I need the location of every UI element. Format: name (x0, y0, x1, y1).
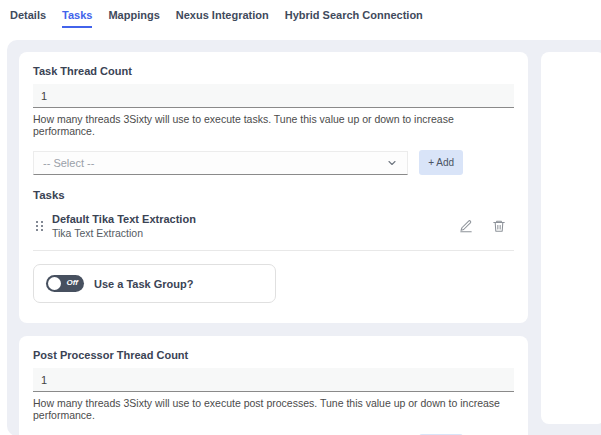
task-title: Default Tika Text Extraction (52, 213, 196, 225)
task-group-toggle[interactable]: Off (46, 275, 84, 292)
post-processor-card: Post Processor Thread Count How many thr… (19, 336, 528, 435)
task-thread-count-input[interactable] (33, 84, 514, 108)
task-actions (459, 219, 506, 233)
tab-mappings[interactable]: Mappings (108, 9, 159, 26)
trash-icon[interactable] (492, 219, 506, 233)
task-row: Default Tika Text Extraction Tika Text E… (33, 213, 514, 239)
task-settings-card: Task Thread Count How many threads 3Sixt… (19, 52, 528, 323)
add-task-button[interactable]: + Add (419, 150, 463, 175)
task-subtitle: Tika Text Extraction (52, 227, 196, 239)
task-group-toggle-label: Use a Task Group? (94, 278, 193, 290)
task-select-placeholder: -- Select -- (43, 157, 94, 169)
edit-pencil-icon[interactable] (459, 219, 473, 233)
toggle-state-label: Off (67, 279, 78, 287)
chevron-down-icon (386, 157, 398, 169)
tasks-heading: Tasks (33, 189, 514, 201)
tab-hybrid-search-connection[interactable]: Hybrid Search Connection (285, 9, 423, 26)
task-text: Default Tika Text Extraction Tika Text E… (52, 213, 196, 239)
post-thread-count-helper: How many threads 3Sixty will use to exec… (33, 397, 514, 421)
post-thread-count-label: Post Processor Thread Count (33, 349, 514, 361)
task-thread-count-label: Task Thread Count (33, 65, 514, 77)
tab-tasks[interactable]: Tasks (62, 9, 92, 28)
task-thread-count-helper: How many threads 3Sixty will use to exec… (33, 113, 514, 137)
task-group-box: Off Use a Task Group? (33, 264, 276, 303)
toggle-knob (48, 277, 61, 290)
drag-handle-icon[interactable] (36, 221, 44, 231)
tasks-panel: Task Thread Count How many threads 3Sixt… (7, 40, 601, 435)
task-select-row: -- Select -- + Add (33, 150, 514, 175)
task-select[interactable]: -- Select -- (33, 151, 408, 175)
tab-nexus-integration[interactable]: Nexus Integration (176, 9, 269, 26)
main-column: Task Thread Count How many threads 3Sixt… (19, 52, 528, 424)
side-panel-card (541, 52, 601, 424)
post-thread-count-input[interactable] (33, 368, 514, 392)
tab-bar: Details Tasks Mappings Nexus Integration… (0, 0, 601, 28)
tab-details[interactable]: Details (10, 9, 46, 26)
task-list-divider (33, 250, 514, 251)
